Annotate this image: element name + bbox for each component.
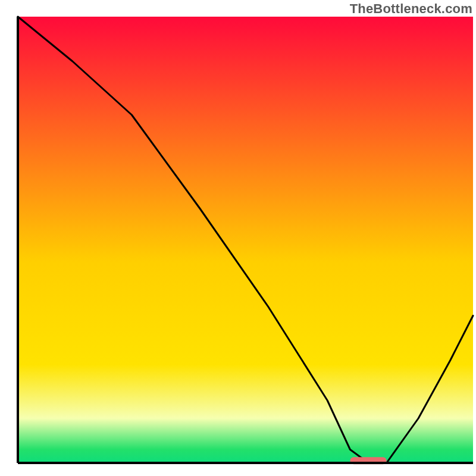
plot-background bbox=[18, 17, 473, 463]
chart-root: TheBottleneck.com bbox=[0, 0, 476, 476]
watermark-text: TheBottleneck.com bbox=[350, 1, 472, 17]
bottleneck-chart bbox=[0, 0, 476, 476]
